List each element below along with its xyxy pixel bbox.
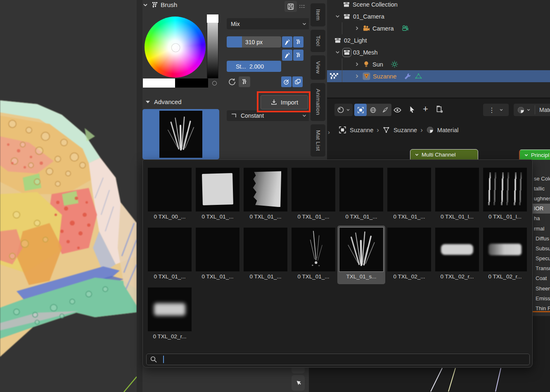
tab-animation[interactable]: Animation: [311, 83, 325, 121]
kebab-menu-icon: ⋮: [488, 106, 495, 114]
mesh-data-icon: [415, 72, 422, 80]
color-wheel-picker[interactable]: [172, 44, 180, 52]
constant-falloff-icon: [231, 113, 237, 119]
search-bar[interactable]: [146, 354, 530, 365]
collapse-icon[interactable]: [334, 50, 341, 55]
texture-item-7[interactable]: 0 TXL_01_l...: [433, 166, 481, 224]
new-slot-icon[interactable]: [435, 105, 444, 114]
outliner-row-sun[interactable]: Sun: [327, 58, 550, 70]
secondary-color-swatch[interactable]: [175, 78, 208, 88]
falloff-shape-button[interactable]: [281, 76, 292, 87]
texture-thumbnail: [148, 287, 192, 331]
brush-small-icon: [295, 52, 301, 58]
outliner-item-label: 01_Camera: [353, 13, 384, 20]
expand-icon[interactable]: [353, 62, 360, 67]
swap-colors-button[interactable]: [227, 77, 237, 87]
texture-item-16[interactable]: 0 TXL_02_r...: [481, 226, 529, 284]
outliner-row-01_camera[interactable]: 01_Camera: [327, 10, 550, 22]
expand-icon[interactable]: [353, 26, 360, 31]
panel-grip-icon[interactable]: [299, 4, 305, 9]
texture-item-3[interactable]: 0 TXL_01_...: [242, 166, 289, 224]
material-name: Mate: [539, 107, 550, 113]
expand-icon[interactable]: [353, 74, 360, 79]
3d-viewport[interactable]: [0, 0, 137, 392]
socket-ior[interactable]: IOR: [533, 204, 550, 214]
breadcrumb-material[interactable]: Material: [437, 127, 459, 133]
texture-thumbnail: [483, 228, 527, 271]
tab-mat-list[interactable]: Mat List: [311, 124, 325, 157]
socket-coat[interactable]: Coat: [533, 273, 550, 283]
texture-item-9[interactable]: 0 TXL_01_...: [146, 226, 194, 284]
texture-item-2[interactable]: 0 TXL_01_...: [194, 166, 242, 224]
outliner-row-scene-collection[interactable]: Scene Collection: [327, 0, 550, 10]
cursor-icon[interactable]: [408, 105, 416, 114]
eye-icon[interactable]: [393, 106, 402, 114]
socket-ughnes[interactable]: ughnes: [533, 193, 550, 203]
radius-unified-brush-button[interactable]: [293, 36, 303, 48]
texture-item-11[interactable]: 0 TXL_01_...: [242, 226, 289, 284]
advanced-section-header[interactable]: Advanced: [146, 98, 182, 105]
texture-thumbnail: [435, 168, 479, 211]
material-selector[interactable]: Mate: [514, 104, 550, 116]
value-sample-circle[interactable]: [212, 81, 217, 86]
primary-color-swatch[interactable]: [143, 78, 175, 88]
socket-se-colo[interactable]: se Colo: [533, 173, 550, 183]
strength-pressure-button[interactable]: [282, 50, 292, 61]
outliner-row-02_light[interactable]: 02_Light: [327, 34, 550, 46]
value-slider[interactable]: [207, 14, 218, 78]
texture-item-5[interactable]: 0 TXL_01_...: [337, 166, 385, 224]
world-context-toggle[interactable]: [367, 104, 379, 116]
strength-slider[interactable]: St... 2.000: [227, 61, 281, 72]
outliner-row-03_mesh[interactable]: 03_Mesh: [327, 46, 550, 58]
socket-ha[interactable]: ha: [533, 214, 550, 223]
texture-item-14[interactable]: 0 TXL_02_...: [385, 226, 433, 284]
texture-item-8[interactable]: 0 TXL_01_l...: [481, 166, 529, 224]
overflow-menu-button[interactable]: ⋮: [483, 104, 509, 116]
socket-emissi[interactable]: Emissi: [533, 293, 550, 303]
object-context-toggle[interactable]: [354, 104, 367, 116]
panel-open-arrow-icon[interactable]: ›: [328, 128, 330, 135]
tab-tool[interactable]: Tool: [311, 30, 325, 52]
socket-subsu[interactable]: Subsu: [533, 243, 550, 253]
breadcrumb-mesh[interactable]: Suzanne: [394, 127, 417, 133]
texture-item-12[interactable]: 0 TXL_01_...: [289, 226, 337, 284]
principled-node-body[interactable]: se ColotallicughnesIORharmalDiffusSubsuS…: [532, 160, 550, 316]
node-principled[interactable]: Principl: [519, 150, 550, 160]
tree-line: [342, 22, 342, 34]
breadcrumb-object[interactable]: Suzanne: [350, 127, 373, 133]
socket-tallic[interactable]: tallic: [533, 183, 550, 193]
socket-sheen[interactable]: Sheen: [533, 283, 550, 293]
texture-item-1[interactable]: 0 TXL_00_...: [146, 166, 194, 224]
search-input[interactable]: [166, 356, 529, 363]
texture-item-17[interactable]: 0 TXL_02_r...: [146, 285, 194, 344]
tab-item[interactable]: Item: [311, 3, 325, 26]
texture-item-4[interactable]: 0 TXL_01_...: [289, 166, 337, 224]
radius-slider[interactable]: 310 px: [227, 36, 281, 48]
plus-icon[interactable]: +: [423, 105, 428, 114]
radius-pressure-button[interactable]: [282, 36, 292, 48]
socket-transm[interactable]: Transm: [533, 264, 550, 273]
strength-unified-brush-button[interactable]: [293, 50, 303, 61]
outliner-row-suzanne[interactable]: Suzanne: [327, 70, 550, 82]
save-brush-button[interactable]: [284, 1, 297, 12]
collapse-icon[interactable]: [334, 14, 341, 19]
cursor-tool-button[interactable]: [292, 375, 305, 391]
view-plane-button[interactable]: [292, 76, 303, 87]
shader-type-dropdown[interactable]: [334, 104, 353, 116]
socket-rmal[interactable]: rmal: [533, 223, 550, 233]
outliner-row-camera[interactable]: Camera: [327, 22, 550, 34]
socket-diffus[interactable]: Diffus: [533, 233, 550, 243]
texture-item-13[interactable]: TXL_01_s...: [337, 226, 385, 284]
trailing-icons: [391, 60, 398, 68]
brush-toggle-button[interactable]: [239, 76, 250, 87]
brush-texture-preview[interactable]: [142, 109, 219, 159]
node-multi-channel[interactable]: Multi Channel: [410, 149, 478, 160]
socket-specu[interactable]: Specu: [533, 254, 550, 264]
blend-mode-dropdown[interactable]: Mix: [227, 18, 311, 29]
brush-panel-header[interactable]: Brush: [142, 1, 178, 9]
tab-view[interactable]: View: [311, 55, 325, 80]
texture-item-10[interactable]: 0 TXL_01_...: [194, 226, 242, 284]
texture-item-6[interactable]: 0 TXL_01_...: [385, 166, 433, 224]
linestyle-context-toggle[interactable]: [379, 104, 391, 116]
texture-item-15[interactable]: 0 TXL_02_r...: [433, 226, 481, 284]
